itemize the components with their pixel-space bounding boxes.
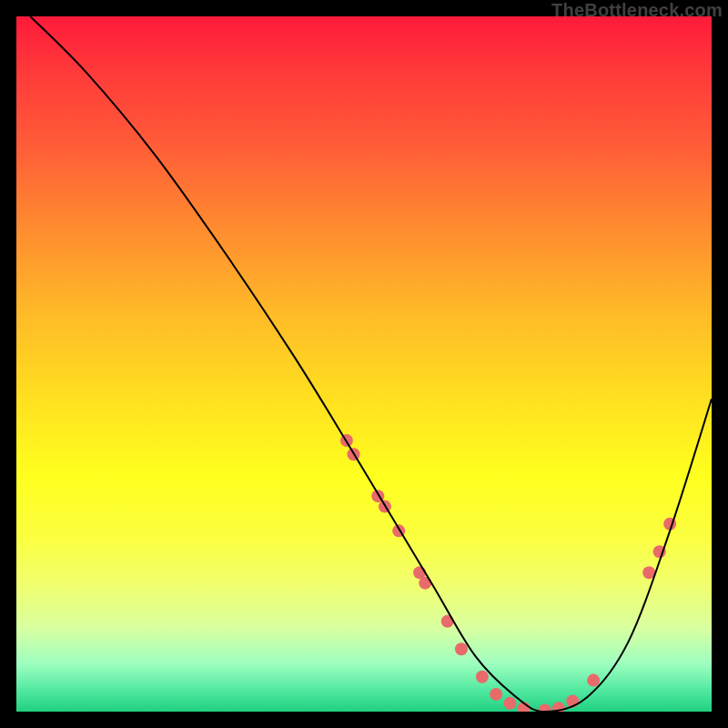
- curve-markers: [340, 434, 676, 712]
- bottleneck-curve: [30, 16, 712, 712]
- marker-dot: [455, 642, 468, 655]
- marker-dot: [587, 674, 600, 687]
- marker-dot: [503, 697, 516, 710]
- marker-dot: [490, 688, 502, 701]
- marker-dot: [476, 671, 489, 683]
- bottleneck-chart: [16, 16, 712, 712]
